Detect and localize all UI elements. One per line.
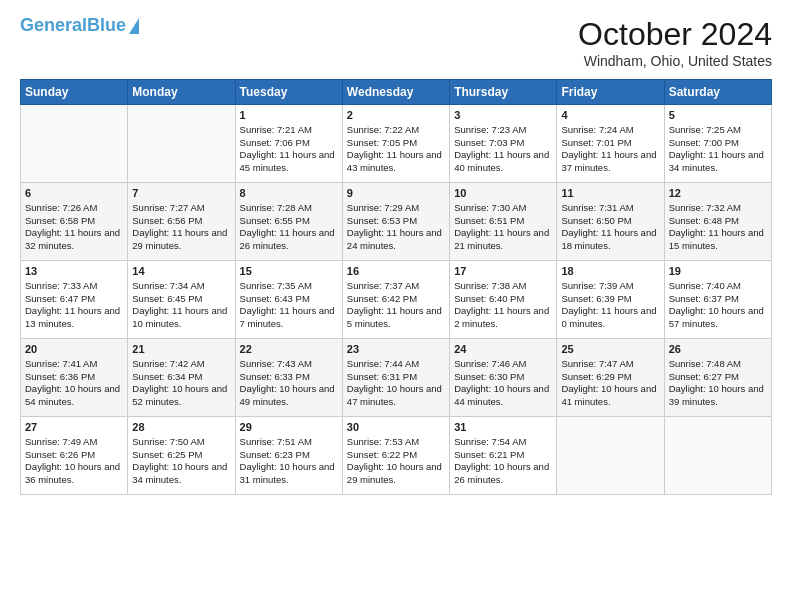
sunrise-text: Sunrise: 7:21 AM <box>240 124 312 135</box>
day-number: 14 <box>132 264 230 279</box>
daylight-text: Daylight: 10 hours and 57 minutes. <box>669 305 764 329</box>
cell-content: 14Sunrise: 7:34 AMSunset: 6:45 PMDayligh… <box>132 264 230 331</box>
daylight-text: Daylight: 11 hours and 43 minutes. <box>347 149 442 173</box>
daylight-text: Daylight: 10 hours and 36 minutes. <box>25 461 120 485</box>
sunset-text: Sunset: 6:23 PM <box>240 449 310 460</box>
week-row-2: 13Sunrise: 7:33 AMSunset: 6:47 PMDayligh… <box>21 261 772 339</box>
sunset-text: Sunset: 6:36 PM <box>25 371 95 382</box>
daylight-text: Daylight: 11 hours and 10 minutes. <box>132 305 227 329</box>
sunset-text: Sunset: 6:22 PM <box>347 449 417 460</box>
calendar-cell: 7Sunrise: 7:27 AMSunset: 6:56 PMDaylight… <box>128 183 235 261</box>
calendar-cell: 30Sunrise: 7:53 AMSunset: 6:22 PMDayligh… <box>342 417 449 495</box>
sunset-text: Sunset: 7:01 PM <box>561 137 631 148</box>
calendar-cell: 12Sunrise: 7:32 AMSunset: 6:48 PMDayligh… <box>664 183 771 261</box>
calendar-cell: 29Sunrise: 7:51 AMSunset: 6:23 PMDayligh… <box>235 417 342 495</box>
sunset-text: Sunset: 6:47 PM <box>25 293 95 304</box>
logo: GeneralBlue <box>20 16 139 36</box>
calendar-cell <box>664 417 771 495</box>
sunset-text: Sunset: 6:45 PM <box>132 293 202 304</box>
sunset-text: Sunset: 7:06 PM <box>240 137 310 148</box>
daylight-text: Daylight: 10 hours and 54 minutes. <box>25 383 120 407</box>
cell-content: 5Sunrise: 7:25 AMSunset: 7:00 PMDaylight… <box>669 108 767 175</box>
calendar-cell: 2Sunrise: 7:22 AMSunset: 7:05 PMDaylight… <box>342 105 449 183</box>
daylight-text: Daylight: 11 hours and 0 minutes. <box>561 305 656 329</box>
daylight-text: Daylight: 11 hours and 21 minutes. <box>454 227 549 251</box>
cell-content: 17Sunrise: 7:38 AMSunset: 6:40 PMDayligh… <box>454 264 552 331</box>
week-row-1: 6Sunrise: 7:26 AMSunset: 6:58 PMDaylight… <box>21 183 772 261</box>
sunrise-text: Sunrise: 7:35 AM <box>240 280 312 291</box>
day-number: 11 <box>561 186 659 201</box>
day-number: 3 <box>454 108 552 123</box>
sunrise-text: Sunrise: 7:37 AM <box>347 280 419 291</box>
sunrise-text: Sunrise: 7:28 AM <box>240 202 312 213</box>
calendar-cell: 8Sunrise: 7:28 AMSunset: 6:55 PMDaylight… <box>235 183 342 261</box>
day-number: 10 <box>454 186 552 201</box>
sunrise-text: Sunrise: 7:44 AM <box>347 358 419 369</box>
calendar-cell: 20Sunrise: 7:41 AMSunset: 6:36 PMDayligh… <box>21 339 128 417</box>
sunset-text: Sunset: 6:56 PM <box>132 215 202 226</box>
sunrise-text: Sunrise: 7:51 AM <box>240 436 312 447</box>
daylight-text: Daylight: 11 hours and 13 minutes. <box>25 305 120 329</box>
day-header-wednesday: Wednesday <box>342 80 449 105</box>
day-number: 1 <box>240 108 338 123</box>
day-header-thursday: Thursday <box>450 80 557 105</box>
sunrise-text: Sunrise: 7:26 AM <box>25 202 97 213</box>
cell-content: 18Sunrise: 7:39 AMSunset: 6:39 PMDayligh… <box>561 264 659 331</box>
cell-content: 19Sunrise: 7:40 AMSunset: 6:37 PMDayligh… <box>669 264 767 331</box>
daylight-text: Daylight: 10 hours and 31 minutes. <box>240 461 335 485</box>
day-header-saturday: Saturday <box>664 80 771 105</box>
daylight-text: Daylight: 10 hours and 34 minutes. <box>132 461 227 485</box>
calendar-cell: 13Sunrise: 7:33 AMSunset: 6:47 PMDayligh… <box>21 261 128 339</box>
daylight-text: Daylight: 11 hours and 45 minutes. <box>240 149 335 173</box>
cell-content: 31Sunrise: 7:54 AMSunset: 6:21 PMDayligh… <box>454 420 552 487</box>
calendar-cell: 4Sunrise: 7:24 AMSunset: 7:01 PMDaylight… <box>557 105 664 183</box>
day-number: 30 <box>347 420 445 435</box>
day-number: 2 <box>347 108 445 123</box>
day-header-friday: Friday <box>557 80 664 105</box>
day-number: 9 <box>347 186 445 201</box>
calendar-cell: 14Sunrise: 7:34 AMSunset: 6:45 PMDayligh… <box>128 261 235 339</box>
sunset-text: Sunset: 6:53 PM <box>347 215 417 226</box>
week-row-0: 1Sunrise: 7:21 AMSunset: 7:06 PMDaylight… <box>21 105 772 183</box>
day-number: 20 <box>25 342 123 357</box>
sunrise-text: Sunrise: 7:50 AM <box>132 436 204 447</box>
daylight-text: Daylight: 11 hours and 15 minutes. <box>669 227 764 251</box>
daylight-text: Daylight: 11 hours and 24 minutes. <box>347 227 442 251</box>
day-number: 27 <box>25 420 123 435</box>
calendar-cell: 27Sunrise: 7:49 AMSunset: 6:26 PMDayligh… <box>21 417 128 495</box>
day-number: 13 <box>25 264 123 279</box>
cell-content: 29Sunrise: 7:51 AMSunset: 6:23 PMDayligh… <box>240 420 338 487</box>
month-title: October 2024 <box>578 16 772 53</box>
day-number: 26 <box>669 342 767 357</box>
day-number: 17 <box>454 264 552 279</box>
calendar-cell: 11Sunrise: 7:31 AMSunset: 6:50 PMDayligh… <box>557 183 664 261</box>
sunset-text: Sunset: 6:51 PM <box>454 215 524 226</box>
sunset-text: Sunset: 6:37 PM <box>669 293 739 304</box>
sunrise-text: Sunrise: 7:25 AM <box>669 124 741 135</box>
calendar-cell: 21Sunrise: 7:42 AMSunset: 6:34 PMDayligh… <box>128 339 235 417</box>
page: GeneralBlue October 2024 Windham, Ohio, … <box>0 0 792 505</box>
cell-content: 16Sunrise: 7:37 AMSunset: 6:42 PMDayligh… <box>347 264 445 331</box>
sunrise-text: Sunrise: 7:31 AM <box>561 202 633 213</box>
daylight-text: Daylight: 11 hours and 29 minutes. <box>132 227 227 251</box>
sunrise-text: Sunrise: 7:23 AM <box>454 124 526 135</box>
cell-content: 4Sunrise: 7:24 AMSunset: 7:01 PMDaylight… <box>561 108 659 175</box>
daylight-text: Daylight: 10 hours and 26 minutes. <box>454 461 549 485</box>
cell-content: 1Sunrise: 7:21 AMSunset: 7:06 PMDaylight… <box>240 108 338 175</box>
cell-content: 21Sunrise: 7:42 AMSunset: 6:34 PMDayligh… <box>132 342 230 409</box>
calendar-cell: 31Sunrise: 7:54 AMSunset: 6:21 PMDayligh… <box>450 417 557 495</box>
calendar-cell <box>21 105 128 183</box>
day-number: 12 <box>669 186 767 201</box>
cell-content: 15Sunrise: 7:35 AMSunset: 6:43 PMDayligh… <box>240 264 338 331</box>
sunrise-text: Sunrise: 7:34 AM <box>132 280 204 291</box>
sunset-text: Sunset: 6:29 PM <box>561 371 631 382</box>
header-row: SundayMondayTuesdayWednesdayThursdayFrid… <box>21 80 772 105</box>
location: Windham, Ohio, United States <box>578 53 772 69</box>
calendar-cell: 18Sunrise: 7:39 AMSunset: 6:39 PMDayligh… <box>557 261 664 339</box>
daylight-text: Daylight: 11 hours and 34 minutes. <box>669 149 764 173</box>
calendar-cell <box>128 105 235 183</box>
calendar-cell: 23Sunrise: 7:44 AMSunset: 6:31 PMDayligh… <box>342 339 449 417</box>
daylight-text: Daylight: 11 hours and 40 minutes. <box>454 149 549 173</box>
calendar-cell: 28Sunrise: 7:50 AMSunset: 6:25 PMDayligh… <box>128 417 235 495</box>
sunrise-text: Sunrise: 7:27 AM <box>132 202 204 213</box>
